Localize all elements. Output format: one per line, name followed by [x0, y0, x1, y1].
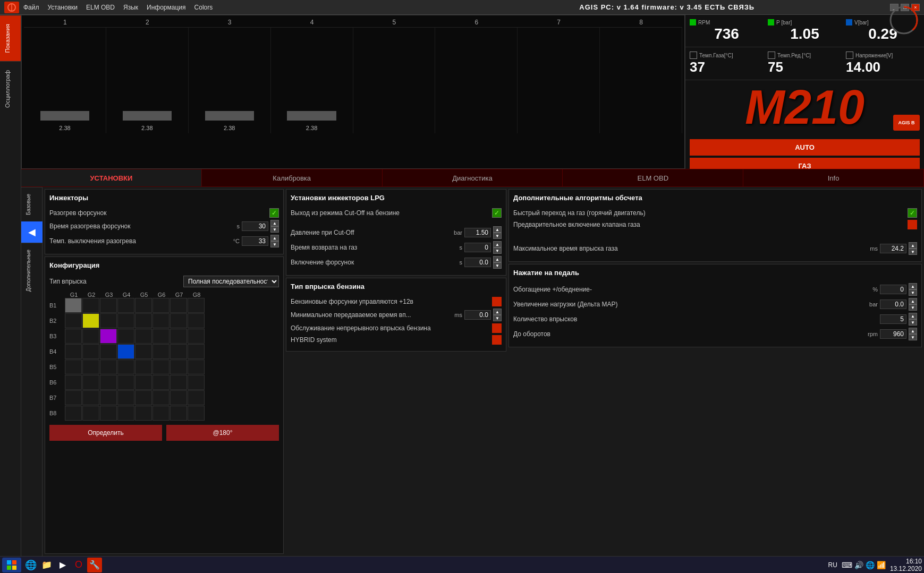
cell-B7-3[interactable]	[100, 390, 117, 405]
sidebar-tab-oscilloscope[interactable]: Осциллограф	[0, 61, 21, 116]
cell-B1-2[interactable]	[82, 298, 99, 313]
to-rpm-up[interactable]: ▲	[909, 328, 917, 334]
cell-B2-3[interactable]	[100, 313, 117, 328]
cell-B8-2[interactable]	[82, 406, 99, 421]
return-time-down[interactable]: ▼	[493, 247, 502, 254]
cell-B8-4[interactable]	[117, 406, 134, 421]
tab-elm-obd[interactable]: ELM OBD	[563, 169, 743, 186]
menu-lang[interactable]: Язык	[123, 4, 138, 11]
cell-B2-4[interactable]	[117, 313, 134, 328]
cell-B5-5[interactable]	[135, 360, 152, 374]
menu-settings[interactable]: Установки	[48, 4, 78, 11]
pressure-spinner[interactable]: ▲ ▼	[493, 226, 502, 239]
taskbar-ie[interactable]: 🌐	[23, 558, 38, 572]
content-tab-advanced[interactable]: Дополнительные	[21, 243, 42, 298]
load-increase-spinner[interactable]: ▲ ▼	[909, 298, 917, 311]
max-inject-spinner[interactable]: ▲ ▼	[909, 242, 917, 255]
cell-B3-6[interactable]	[152, 329, 169, 344]
taskbar-agis[interactable]: 🔧	[87, 558, 102, 572]
cell-B2-2[interactable]	[82, 313, 99, 328]
cell-B8-3[interactable]	[100, 406, 117, 421]
enrichment-spinner[interactable]: ▲ ▼	[909, 283, 917, 296]
tab-calibration[interactable]: Калибровка	[202, 169, 383, 186]
cell-B4-8[interactable]	[188, 344, 205, 359]
cell-B7-6[interactable]	[152, 390, 169, 405]
taskbar-opera[interactable]: O	[71, 558, 86, 572]
cell-B8-8[interactable]	[188, 406, 205, 421]
nozzle-enable-down[interactable]: ▼	[493, 262, 502, 269]
load-increase-down[interactable]: ▼	[909, 304, 917, 311]
sidebar-tab-readings[interactable]: Показания	[0, 15, 21, 61]
cell-B4-3[interactable]	[100, 344, 117, 359]
taskbar-explorer[interactable]: 📁	[39, 558, 54, 572]
cell-B4-7[interactable]	[170, 344, 187, 359]
hybrid-checkbox[interactable]	[492, 335, 502, 345]
cell-B8-7[interactable]	[170, 406, 187, 421]
cell-B3-2[interactable]	[82, 329, 99, 344]
cell-B5-8[interactable]	[188, 360, 205, 374]
injections-count-down[interactable]: ▼	[909, 319, 917, 326]
cell-B7-8[interactable]	[188, 390, 205, 405]
warmup-time-spinner[interactable]: ▲ ▼	[270, 220, 279, 233]
petrol-min-time-up[interactable]: ▲	[493, 309, 502, 315]
cell-B2-5[interactable]	[135, 313, 152, 328]
sidebar-arrow[interactable]: ◀	[21, 221, 43, 243]
menu-colors[interactable]: Colors	[194, 4, 213, 11]
cell-B7-1[interactable]	[65, 390, 82, 405]
injection-type-select[interactable]: Полная последовательность	[183, 276, 279, 287]
to-rpm-down[interactable]: ▼	[909, 334, 917, 340]
auto-button[interactable]: AUTO	[690, 139, 920, 156]
180-button[interactable]: @180°	[166, 425, 279, 441]
cell-B7-2[interactable]	[82, 390, 99, 405]
content-tab-basic[interactable]: Базовые	[21, 187, 42, 221]
cell-B5-7[interactable]	[170, 360, 187, 374]
cell-B7-5[interactable]	[135, 390, 152, 405]
menu-info[interactable]: Информация	[147, 4, 185, 11]
cell-B5-4[interactable]	[117, 360, 134, 374]
to-rpm-spinner[interactable]: ▲ ▼	[909, 328, 917, 340]
warmup-time-down[interactable]: ▼	[270, 226, 279, 233]
warmup-temp-spinner[interactable]: ▲ ▼	[270, 235, 279, 247]
cell-B6-6[interactable]	[152, 375, 169, 390]
cell-B3-1[interactable]	[65, 329, 82, 344]
cell-B1-1[interactable]	[65, 298, 82, 313]
menu-file[interactable]: Файл	[23, 4, 39, 11]
fast-switch-checkbox[interactable]: ✓	[908, 208, 917, 218]
nozzle-enable-up[interactable]: ▲	[493, 256, 502, 262]
cell-B2-7[interactable]	[170, 313, 187, 328]
injections-count-spinner[interactable]: ▲ ▼	[909, 313, 917, 326]
petrol-min-time-spinner[interactable]: ▲ ▼	[493, 309, 502, 321]
cell-B7-7[interactable]	[170, 390, 187, 405]
cell-B1-7[interactable]	[170, 298, 187, 313]
cell-B8-6[interactable]	[152, 406, 169, 421]
cell-B6-8[interactable]	[188, 375, 205, 390]
cell-B3-8[interactable]	[188, 329, 205, 344]
tab-info[interactable]: Info	[743, 169, 924, 186]
cell-B8-5[interactable]	[135, 406, 152, 421]
define-button[interactable]: Определить	[49, 425, 162, 441]
cell-B6-3[interactable]	[100, 375, 117, 390]
cell-B5-3[interactable]	[100, 360, 117, 374]
cell-B4-5[interactable]	[135, 344, 152, 359]
cell-B6-5[interactable]	[135, 375, 152, 390]
petrol-min-time-down[interactable]: ▼	[493, 315, 502, 321]
cell-B2-1[interactable]	[65, 313, 82, 328]
cell-B5-6[interactable]	[152, 360, 169, 374]
cell-B6-4[interactable]	[117, 375, 134, 390]
cell-B3-7[interactable]	[170, 329, 187, 344]
menu-elm[interactable]: ELM OBD	[86, 4, 115, 11]
pressure-up[interactable]: ▲	[493, 226, 502, 233]
cell-B2-6[interactable]	[152, 313, 169, 328]
injections-count-up[interactable]: ▲	[909, 313, 917, 319]
max-inject-up[interactable]: ▲	[909, 242, 917, 249]
return-time-up[interactable]: ▲	[493, 241, 502, 247]
cell-B4-6[interactable]	[152, 344, 169, 359]
cell-B2-8[interactable]	[188, 313, 205, 328]
pressure-down[interactable]: ▼	[493, 233, 502, 239]
tab-diagnostics[interactable]: Диагностика	[383, 169, 563, 186]
taskbar-media[interactable]: ▶	[55, 558, 70, 572]
cell-B4-4[interactable]	[117, 344, 134, 359]
warmup-time-up[interactable]: ▲	[270, 220, 279, 226]
pre-valve-checkbox[interactable]	[908, 220, 917, 229]
cell-B5-2[interactable]	[82, 360, 99, 374]
